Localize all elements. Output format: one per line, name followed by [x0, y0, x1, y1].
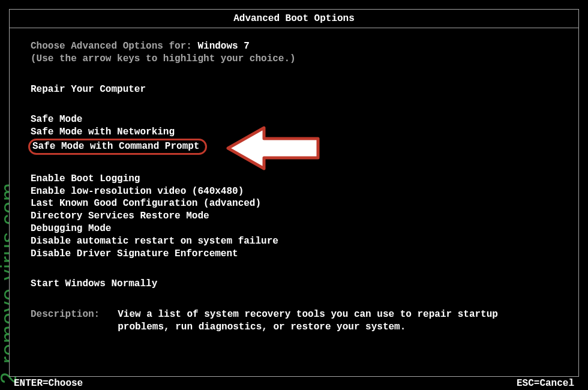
- os-name: Windows 7: [197, 41, 249, 52]
- hint-line: (Use the arrow keys to highlight your ch…: [31, 53, 578, 65]
- intro-prefix: Choose Advanced Options for:: [31, 41, 197, 52]
- description-text: View a list of system recovery tools you…: [118, 308, 554, 334]
- option-debugging[interactable]: Debugging Mode: [31, 223, 578, 235]
- other-section: Enable Boot Logging Enable low-resolutio…: [31, 173, 578, 260]
- description-block: Description: View a list of system recov…: [31, 308, 578, 334]
- intro-line: Choose Advanced Options for: Windows 7: [31, 40, 578, 53]
- option-start-normally[interactable]: Start Windows Normally: [31, 278, 578, 290]
- option-last-known-good[interactable]: Last Known Good Configuration (advanced): [31, 197, 578, 210]
- option-directory-restore[interactable]: Directory Services Restore Mode: [31, 210, 578, 223]
- option-repair[interactable]: Repair Your Computer: [31, 83, 578, 96]
- option-boot-logging[interactable]: Enable Boot Logging: [31, 173, 578, 185]
- option-safe-mode-cmd[interactable]: Safe Mode with Command Prompt: [31, 139, 578, 155]
- option-safe-mode-networking[interactable]: Safe Mode with Networking: [31, 126, 578, 139]
- repair-section: Repair Your Computer: [31, 83, 578, 96]
- option-disable-driver-sig[interactable]: Disable Driver Signature Enforcement: [31, 248, 578, 260]
- description-label: Description:: [31, 308, 100, 334]
- option-lowres-video[interactable]: Enable low-resolution video (640x480): [31, 185, 578, 198]
- footer-bar: ENTER=Choose ESC=Cancel: [9, 378, 579, 389]
- option-disable-auto-restart[interactable]: Disable automatic restart on system fail…: [31, 235, 578, 248]
- footer-esc: ESC=Cancel: [517, 378, 574, 389]
- safemode-section: Safe Mode Safe Mode with Networking Safe…: [31, 113, 578, 154]
- boot-screen: Advanced Boot Options Choose Advanced Op…: [9, 9, 579, 377]
- content-area: Choose Advanced Options for: Windows 7 (…: [10, 28, 578, 334]
- page-title: Advanced Boot Options: [10, 10, 578, 28]
- normal-section: Start Windows Normally: [31, 278, 578, 290]
- option-safe-mode[interactable]: Safe Mode: [31, 113, 578, 126]
- highlight-ring: Safe Mode with Command Prompt: [28, 139, 207, 155]
- footer-enter: ENTER=Choose: [14, 378, 83, 389]
